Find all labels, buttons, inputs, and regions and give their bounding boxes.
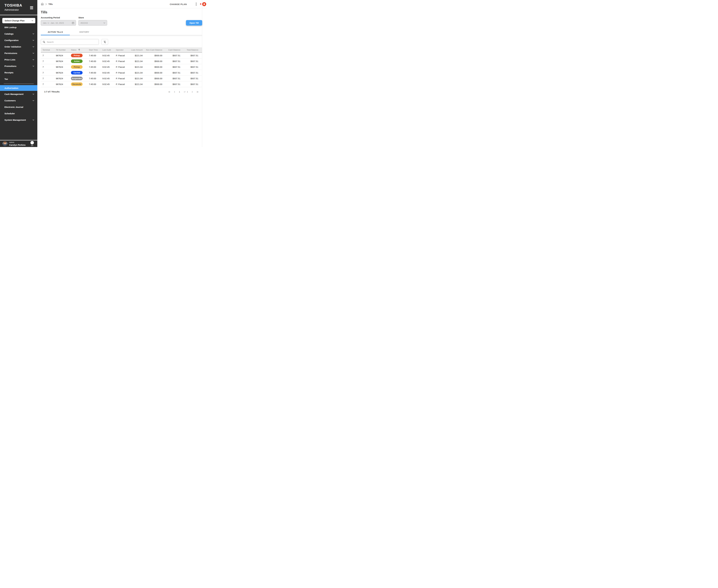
select-change-plan-dropdown[interactable]: Select Change Plan xyxy=(2,18,35,23)
change-plan-button[interactable]: CHANGE PLAN xyxy=(170,3,187,5)
sidebar-item-label: Permissions xyxy=(4,52,17,55)
language-toggle[interactable]: EN xyxy=(30,141,34,146)
avatar[interactable] xyxy=(3,141,7,146)
sidebar-item-authorization[interactable]: Authorization xyxy=(0,85,37,91)
cell-loan-amount: $221.04 xyxy=(128,71,144,74)
sidebar-item-receipts[interactable]: Receipts xyxy=(0,69,37,76)
next-page-button[interactable]: › xyxy=(192,90,193,93)
sidebar-item-bin-lookup[interactable]: BIN Lookup xyxy=(0,24,37,30)
cell-status: Pickup xyxy=(69,54,87,57)
chevron-down-icon xyxy=(32,65,35,67)
filter-funnel-icon xyxy=(103,41,106,43)
last-page-button[interactable]: » xyxy=(197,90,199,93)
sidebar-item-system-management[interactable]: System Management xyxy=(0,117,37,123)
cell-start-time: 7:45:00 xyxy=(87,77,101,80)
sidebar-item-scheduler[interactable]: Scheduler xyxy=(0,110,37,117)
table-row[interactable]: 7987624Pickup7:45:009:02:45P. Pascal$221… xyxy=(41,53,202,58)
column-header-loan-amount[interactable]: Loan Amount xyxy=(128,49,144,51)
accounting-period-input[interactable]: Jan. 1 - Jan. 10, 2023 xyxy=(41,20,76,25)
cell-till-number: 987624 xyxy=(54,71,69,74)
topbar: Tills CHANGE PLAN 8 xyxy=(37,0,207,8)
table-row[interactable]: 7987624Reconcile7:45:009:02:45P. Pascal$… xyxy=(41,81,202,87)
breadcrumb-current[interactable]: Tills xyxy=(48,3,53,5)
tab-active-tills[interactable]: ACTIVE TILLS xyxy=(41,29,70,35)
open-till-button[interactable]: Open Till xyxy=(186,20,202,25)
column-header-start-time[interactable]: Start Time xyxy=(87,49,101,51)
chevron-down-icon xyxy=(31,20,34,22)
sidebar-item-configuration[interactable]: Configuration xyxy=(0,37,37,43)
results-summary: 1-7 of 7 Results xyxy=(44,90,60,93)
column-header-label: Start Time xyxy=(89,49,98,51)
cell-last-audit: 9:02:45 xyxy=(101,83,114,85)
status-badge: Suspended xyxy=(71,77,83,80)
sidebar-item-label: Configuration xyxy=(4,39,19,41)
cell-status: Pickup xyxy=(69,65,87,69)
sidebar-item-label: System Management xyxy=(4,119,26,121)
tabs: ACTIVE TILLS HISTORY xyxy=(41,29,202,35)
add-filter-button[interactable] xyxy=(101,39,108,45)
cell-cash-balance: $937.51 xyxy=(164,54,182,57)
column-header-total-balance[interactable]: Total Balance xyxy=(182,49,202,51)
cell-terminal: 7 xyxy=(41,60,54,62)
breadcrumb-separator-icon xyxy=(45,3,47,5)
kebab-menu-icon[interactable] xyxy=(196,2,197,6)
sidebar-item-cash-management[interactable]: Cash Management xyxy=(0,91,37,97)
column-header-label: Till Number xyxy=(56,49,66,51)
table-row[interactable]: 7987624Pickup7:45:009:02:45P. Pascal$221… xyxy=(41,64,202,70)
sidebar-divider xyxy=(4,84,34,84)
sidebar-item-catalogs[interactable]: Catalogs xyxy=(0,30,37,37)
sidebar-item-label: Authorization xyxy=(4,87,18,89)
current-page-number: 1 xyxy=(179,90,180,93)
table-row[interactable]: 7987624Carried7:45:009:02:45P. Pascal$22… xyxy=(41,70,202,76)
sidebar-item-label: Order Validation xyxy=(4,45,21,48)
search-box[interactable] xyxy=(41,39,99,45)
column-header-operator[interactable]: Operator xyxy=(114,49,128,51)
previous-page-button[interactable]: ‹ xyxy=(174,90,175,93)
chevron-down-icon xyxy=(103,22,105,24)
status-badge: Carried xyxy=(71,71,83,75)
breadcrumb: Tills xyxy=(41,0,53,8)
search-row xyxy=(41,39,207,45)
cell-non-cash-balance: $500.00 xyxy=(144,71,164,74)
column-header-cash-balance[interactable]: Cash Balance xyxy=(164,49,182,51)
column-header-last-audit[interactable]: Last Audit xyxy=(101,49,114,51)
cell-loan-amount: $221.04 xyxy=(128,83,144,85)
pagination: « ‹ 1 of 1 › » xyxy=(168,90,199,93)
calendar-icon xyxy=(71,22,75,24)
search-input[interactable] xyxy=(47,41,97,43)
column-header-status[interactable]: Status xyxy=(69,49,87,51)
sidebar-user-panel: Admin Carolyn Perkins EN xyxy=(0,140,37,147)
store-select[interactable]: #02243 xyxy=(78,20,107,25)
sidebar-item-electronic-journal[interactable]: Electronic Journal xyxy=(0,104,37,110)
notification-bell-button[interactable] xyxy=(202,2,206,6)
cell-status: Carried xyxy=(69,71,87,75)
hamburger-menu-icon[interactable] xyxy=(30,6,33,10)
sidebar-item-tax[interactable]: Tax xyxy=(0,76,37,82)
sidebar-item-customers[interactable]: Customers xyxy=(0,97,37,104)
sidebar-item-order-validation[interactable]: Order Validation xyxy=(0,43,37,50)
column-header-terminal[interactable]: Terminal xyxy=(41,49,54,51)
tills-table: TerminalTill NumberStatusStart TimeLast … xyxy=(41,47,202,87)
sidebar-item-price-lists[interactable]: Price Lists xyxy=(0,57,37,63)
home-icon[interactable] xyxy=(41,3,44,6)
table-row[interactable]: 7987624Active7:45:009:02:45P. Pascal$221… xyxy=(41,58,202,64)
cell-till-number: 987624 xyxy=(54,77,69,80)
cell-terminal: 7 xyxy=(41,54,54,57)
cell-operator: P. Pascal xyxy=(114,60,128,62)
tab-history[interactable]: HISTORY xyxy=(70,29,99,35)
cell-till-number: 987624 xyxy=(54,66,69,68)
select-change-plan-label: Select Change Plan xyxy=(5,19,24,22)
cell-total-balance: $937.51 xyxy=(182,77,202,80)
table-body: 7987624Pickup7:45:009:02:45P. Pascal$221… xyxy=(41,53,202,87)
cell-operator: P. Pascal xyxy=(114,54,128,57)
status-badge: Pickup xyxy=(71,54,83,57)
first-page-button[interactable]: « xyxy=(168,90,170,93)
cell-loan-amount: $221.04 xyxy=(128,60,144,62)
sidebar-item-permissions[interactable]: Permissions xyxy=(0,50,37,57)
column-header-non-cash-balance[interactable]: Non-Cash Balance xyxy=(144,49,164,51)
cell-non-cash-balance: $500.00 xyxy=(144,60,164,62)
table-row[interactable]: 7987624Suspended7:45:009:02:45P. Pascal$… xyxy=(41,76,202,81)
sidebar-item-promotions[interactable]: Promotions xyxy=(0,63,37,69)
column-header-till-number[interactable]: Till Number xyxy=(54,49,69,51)
chevron-down-icon xyxy=(32,93,35,95)
